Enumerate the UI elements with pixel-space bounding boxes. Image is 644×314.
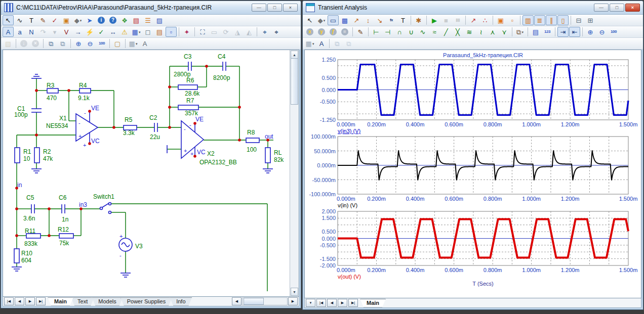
tab-main[interactable]: Main (48, 297, 73, 306)
shape-tools-button[interactable]: ◆▾ (316, 15, 327, 25)
go-to-overlap-button[interactable]: ≀ (475, 27, 487, 37)
attribute-text-toggle-button[interactable]: A (3, 27, 14, 37)
label-r2[interactable]: R2 (43, 148, 51, 155)
edit-sheet-button[interactable]: ▨ (154, 15, 165, 25)
label-rl[interactable]: RL (274, 149, 282, 156)
collapse-plots-button[interactable]: ⊟ (573, 15, 584, 25)
plot-3[interactable]: 2.0001.5000.5000.000-0.500-1.500-2.0000.… (320, 208, 638, 287)
expand-plots-button[interactable]: ⊞ (585, 15, 596, 25)
first-page-button[interactable]: |◀ (316, 299, 326, 307)
graph-paper-button[interactable]: ▩ (339, 15, 350, 25)
label-vc[interactable]: VC (91, 138, 100, 145)
text-mode-button[interactable]: T (26, 15, 37, 25)
flip-y-button[interactable]: ◭ (244, 27, 255, 37)
prev-page-button[interactable]: ◀ (327, 299, 337, 307)
info-page-button[interactable]: ▧ (3, 38, 14, 49)
pin-connections-toggle-button[interactable]: ↔ (107, 27, 118, 37)
cursor-mode-button[interactable]: ⇥ (557, 27, 569, 37)
label-r7[interactable]: R7 (186, 97, 194, 104)
analysis-titlebar[interactable]: Transient Analysis —□× (303, 1, 643, 15)
label-opa2132_bb[interactable]: OPA2132_BB (199, 159, 237, 166)
label-[interactable]: - (189, 122, 191, 128)
trace-label-v(in)[interactable]: v(in) (V) (338, 202, 357, 208)
label-82k[interactable]: 82k (274, 156, 284, 163)
label-ve[interactable]: VE (195, 116, 204, 123)
hscroll-right-button[interactable]: ▶ (288, 297, 298, 305)
label-r1[interactable]: R1 (23, 148, 31, 155)
go-to-low-button[interactable]: ≈ (429, 27, 440, 37)
y-axis-settings-button[interactable]: y (316, 27, 327, 37)
go-to-period-button[interactable]: ≋ (464, 27, 475, 37)
label-c6[interactable]: C6 (59, 194, 67, 201)
zoom-out-button[interactable]: ⊖ (596, 27, 608, 37)
check-model-button[interactable]: ▤ (131, 15, 142, 25)
edit-analysis-button[interactable]: ✎ (355, 27, 366, 37)
tab-power-supplies[interactable]: Power Supplies (120, 297, 172, 306)
maximize-button[interactable]: □ (267, 4, 282, 12)
label-100p[interactable]: 100p (14, 111, 28, 118)
tab-models[interactable]: Models (92, 297, 123, 306)
label-ve[interactable]: VE (91, 105, 99, 112)
tag-horizontal-button[interactable]: ⊢ (371, 27, 382, 37)
define-mode-button[interactable]: ✓ (49, 15, 60, 25)
run-button[interactable]: ▶ (429, 15, 440, 25)
label-c4[interactable]: C4 (218, 53, 226, 60)
text-mode-button[interactable]: T (397, 15, 409, 25)
numeric-output-button[interactable]: ▤ (530, 27, 541, 37)
tab-list-dropdown-button[interactable]: ▾ (306, 299, 315, 307)
label-in3[interactable]: in3 (79, 201, 87, 208)
grid-text-toggle-button[interactable]: a (14, 27, 25, 37)
find-button[interactable]: ⌖ (259, 27, 270, 37)
format-settings-button[interactable]: ≡ (339, 27, 350, 37)
label-[interactable]: - (78, 120, 80, 126)
new-page-button[interactable]: ▢ (112, 38, 123, 49)
properties-button[interactable]: ✱ (413, 15, 424, 25)
zoom-percent-button[interactable]: 100 (96, 38, 107, 49)
label-91k[interactable]: 9.1k (78, 95, 90, 102)
label-[interactable]: - (119, 252, 122, 258)
go-to-slope-button[interactable]: ╱ (440, 27, 452, 37)
grid-pattern-button[interactable]: ▦▾ (304, 38, 315, 49)
last-page-button[interactable]: ▶| (348, 299, 358, 307)
local-min-button[interactable]: ⋎ (499, 27, 510, 37)
label-r3[interactable]: R3 (47, 82, 55, 89)
prev-page-button[interactable]: ◀ (15, 297, 24, 305)
line-mode-button[interactable]: ✎ (37, 15, 49, 25)
label-r12[interactable]: R12 (58, 226, 69, 233)
point-to-point-button[interactable]: ➤ (84, 15, 95, 25)
transient-plots[interactable]: 1.2500.5000.000-0.500-1.2500.000m0.200m0… (305, 50, 641, 293)
label-8200p[interactable]: 8200p (213, 74, 230, 81)
maximize-button[interactable]: □ (610, 4, 624, 12)
stop-navigation-button[interactable]: × (30, 38, 41, 49)
zoom-out-button[interactable]: ⊖ (85, 38, 96, 49)
schematic-canvas[interactable]: R3470R49.1kC1100pX1NE5534R110R247kR53.3k… (3, 50, 299, 297)
next-page-button[interactable]: ▶ (338, 299, 347, 307)
title-block-toggle-button[interactable]: ▤ (154, 27, 165, 37)
tab-info[interactable]: Info (170, 297, 192, 306)
font-button[interactable]: A (139, 38, 150, 49)
help-mode-button[interactable]: ? (107, 15, 118, 25)
scope-region-button[interactable]: ▣ (495, 15, 506, 25)
label-33k[interactable]: 3.3k (123, 129, 135, 137)
label-c2[interactable]: C2 (149, 114, 157, 121)
link-mode-button[interactable]: ❖ (119, 15, 130, 25)
minimize-button[interactable]: — (594, 4, 609, 12)
x-axis-settings-button[interactable]: x (304, 27, 315, 37)
grid-toggle-button[interactable]: ▦▾ (131, 27, 142, 37)
scale-mode-button[interactable]: ↗ (351, 15, 362, 25)
design-list-button[interactable]: ☰ (142, 15, 153, 25)
label-10[interactable]: 10 (23, 155, 30, 162)
label-r8[interactable]: R8 (247, 129, 255, 136)
zoom-percent-button[interactable]: 100 (608, 27, 619, 37)
font-button[interactable]: A (316, 38, 327, 49)
label-v3[interactable]: V3 (135, 243, 143, 250)
label-470[interactable]: 470 (47, 95, 57, 102)
label-47k[interactable]: 47k (43, 155, 53, 162)
minimize-button[interactable]: — (252, 4, 266, 12)
grid-pattern-button[interactable]: ▦▾ (128, 38, 139, 49)
schematic-vertical-scrollbar[interactable]: ▲ ▼ (290, 50, 299, 296)
tab-main[interactable]: Main (360, 299, 386, 307)
label-[interactable]: + (184, 148, 187, 154)
label-switch1[interactable]: Switch1 (93, 193, 114, 200)
label-ne5534[interactable]: NE5534 (46, 122, 68, 129)
